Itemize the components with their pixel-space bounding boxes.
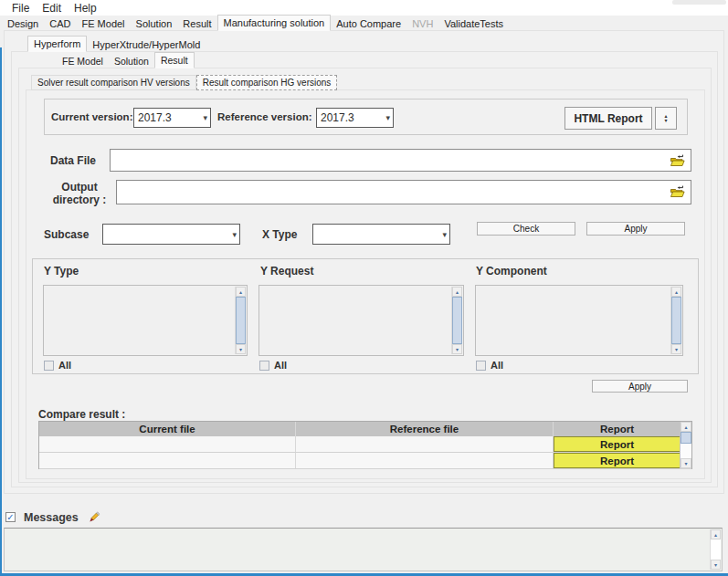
- compare-result-label: Compare result :: [38, 408, 125, 421]
- y-type-all-label: All: [58, 360, 71, 371]
- y-type-all-checkbox[interactable]: [44, 361, 54, 371]
- table-scrollbar[interactable]: ▴ ▾: [680, 422, 691, 468]
- tab-design[interactable]: Design: [2, 16, 44, 31]
- open-folder-icon: [670, 154, 685, 167]
- menu-bar: File Edit Help: [0, 0, 728, 16]
- current-version-combobox[interactable]: 2017.3 ▾: [133, 108, 211, 128]
- edit-pencil-icon[interactable]: [87, 510, 100, 524]
- tab-fe-model[interactable]: FE Model: [76, 16, 130, 31]
- scrollbar-thumb[interactable]: [681, 432, 691, 444]
- y-component-all-checkbox[interactable]: [476, 361, 486, 371]
- table-row: Report: [39, 453, 691, 469]
- scroll-up-icon[interactable]: ▴: [671, 287, 681, 297]
- table-row: Report: [39, 436, 691, 453]
- data-file-input[interactable]: [110, 149, 691, 172]
- html-report-button[interactable]: HTML Report: [564, 107, 652, 130]
- cell-report: Report: [554, 436, 681, 452]
- menu-help[interactable]: Help: [69, 2, 102, 15]
- scroll-down-icon[interactable]: ▾: [236, 344, 246, 354]
- tab-bar-comparison: Solver result comparison HV versions Res…: [31, 73, 337, 90]
- scroll-down-icon[interactable]: ▾: [452, 344, 462, 354]
- chevron-down-icon: ▾: [385, 113, 390, 122]
- app-window: File Edit Help Design CAD FE Model Solut…: [0, 0, 728, 576]
- scrollbar-thumb[interactable]: [452, 297, 462, 344]
- tab-cad[interactable]: CAD: [44, 16, 76, 31]
- header-current-file: Current file: [39, 422, 296, 436]
- messages-checkbox[interactable]: ✓: [5, 512, 16, 522]
- tab-auto-compare[interactable]: Auto Compare: [331, 16, 406, 31]
- cell-current-file: [39, 453, 296, 468]
- tab-solver-result-comparison-hv[interactable]: Solver result comparison HV versions: [31, 75, 196, 90]
- messages-textarea[interactable]: ▴ ▾: [4, 528, 723, 571]
- y-type-scrollbar[interactable]: ▴ ▾: [235, 287, 246, 354]
- y-request-listbox[interactable]: ▴ ▾: [258, 285, 464, 356]
- tab-result-comparison-hg[interactable]: Result comparison HG versions: [196, 75, 338, 90]
- reference-version-label: Reference version:: [217, 111, 312, 122]
- y-request-all-label: All: [274, 360, 287, 371]
- y-type-listbox[interactable]: ▴ ▾: [43, 285, 248, 356]
- x-type-label: X Type: [262, 228, 297, 241]
- tab-manufacturing-solution[interactable]: Manufacturing solution: [217, 15, 332, 31]
- scroll-up-icon[interactable]: ▴: [452, 287, 462, 297]
- messages-label: Messages: [24, 511, 79, 524]
- cell-current-file: [39, 436, 296, 452]
- scrollbar-thumb[interactable]: [236, 297, 246, 344]
- menu-edit[interactable]: Edit: [37, 2, 67, 15]
- tab-result[interactable]: Result: [177, 16, 216, 31]
- data-file-label: Data File: [50, 154, 96, 167]
- html-report-split-button[interactable]: ▴ ▾: [655, 107, 677, 130]
- data-file-browse-button[interactable]: [667, 152, 687, 169]
- scroll-down-icon[interactable]: ▾: [671, 344, 681, 354]
- scroll-down-icon[interactable]: ▾: [711, 560, 721, 570]
- tab-fe-model-sub[interactable]: FE Model: [57, 54, 109, 68]
- tab-result-sub[interactable]: Result: [154, 52, 195, 68]
- tab-hyperform[interactable]: Hyperform: [27, 36, 87, 52]
- reference-version-value: 2017.3: [321, 111, 354, 124]
- scroll-up-icon[interactable]: ▴: [236, 287, 246, 297]
- scrollbar-track[interactable]: [711, 539, 721, 560]
- cell-reference-file: [296, 436, 554, 452]
- scrollbar-thumb[interactable]: [671, 297, 681, 344]
- scrollbar-track[interactable]: [681, 444, 691, 458]
- chevron-down-icon: ▾: [232, 229, 237, 238]
- subcase-combobox[interactable]: ▾: [102, 224, 240, 245]
- spinner-down-icon: ▾: [664, 119, 667, 123]
- output-directory-label: Output directory :: [50, 181, 109, 206]
- scroll-down-icon[interactable]: ▾: [681, 458, 691, 468]
- reference-version-combobox[interactable]: 2017.3 ▾: [316, 108, 394, 128]
- current-version-value: 2017.3: [138, 111, 172, 124]
- report-button[interactable]: Report: [554, 436, 681, 452]
- y-component-all-label: All: [491, 360, 503, 371]
- window-border-left: [0, 47, 2, 576]
- tab-validatetests[interactable]: ValidateTests: [438, 16, 509, 31]
- header-reference-file: Reference file: [296, 422, 554, 436]
- scroll-up-icon[interactable]: ▴: [681, 422, 691, 432]
- y-request-scrollbar[interactable]: ▴ ▾: [451, 287, 462, 354]
- y-request-label: Y Request: [260, 265, 313, 278]
- y-component-scrollbar[interactable]: ▴ ▾: [670, 287, 681, 354]
- tab-bar-product: Hyperform HyperXtrude/HyperMold: [27, 37, 206, 52]
- tab-solution-sub[interactable]: Solution: [109, 54, 154, 68]
- menu-file[interactable]: File: [6, 2, 35, 15]
- tab-solution[interactable]: Solution: [131, 16, 178, 31]
- y-request-all-row: All: [259, 360, 287, 371]
- y-component-listbox[interactable]: ▴ ▾: [475, 285, 683, 356]
- y-request-all-checkbox[interactable]: [259, 361, 269, 371]
- apply-button-bottom[interactable]: Apply: [592, 380, 688, 393]
- y-type-label: Y Type: [44, 265, 79, 278]
- compare-result-table: Current file Reference file Report Repor…: [38, 421, 692, 469]
- tab-hyperxtrude-hypermold[interactable]: HyperXtrude/HyperMold: [87, 37, 206, 52]
- y-component-label: Y Component: [476, 265, 547, 278]
- apply-button-top[interactable]: Apply: [586, 222, 685, 236]
- messages-scrollbar[interactable]: ▴ ▾: [710, 529, 721, 570]
- open-folder-icon: [670, 185, 685, 198]
- check-button[interactable]: Check: [477, 222, 575, 236]
- x-type-combobox[interactable]: ▾: [312, 224, 450, 245]
- cell-reference-file: [296, 453, 554, 468]
- report-button[interactable]: Report: [554, 453, 681, 468]
- output-directory-browse-button[interactable]: [667, 183, 687, 200]
- chevron-down-icon: ▾: [203, 113, 207, 122]
- scroll-up-icon[interactable]: ▴: [711, 529, 721, 539]
- table-header-row: Current file Reference file Report: [39, 422, 691, 436]
- output-directory-input[interactable]: [116, 180, 691, 204]
